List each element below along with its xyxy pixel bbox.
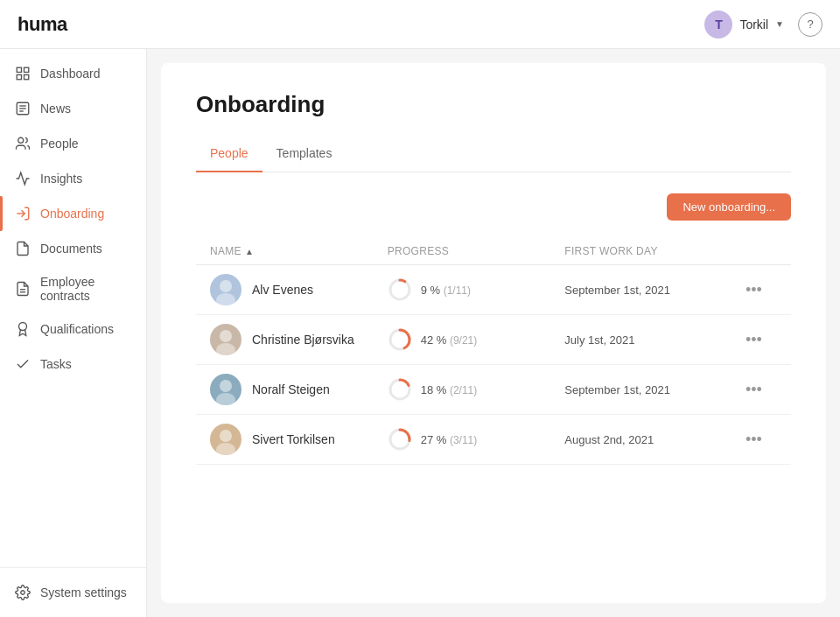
row-actions: ••• <box>742 277 777 303</box>
table-header: Name ▲ Progress First work day <box>196 238 791 265</box>
sidebar-label-news: News <box>40 102 71 116</box>
sidebar-item-news[interactable]: News <box>0 91 146 126</box>
person-name[interactable]: Alv Evenes <box>252 283 313 297</box>
table-row: Noralf Steigen 18 % (2/11) September 1st… <box>196 365 791 415</box>
sidebar-label-insights: Insights <box>40 172 82 186</box>
svg-point-23 <box>216 393 235 405</box>
user-menu[interactable]: T Torkil ▼ <box>704 11 784 39</box>
person-name[interactable]: Christine Bjørsvika <box>252 333 354 347</box>
person-cell: Alv Evenes <box>210 274 388 305</box>
svg-point-22 <box>220 380 232 392</box>
svg-rect-0 <box>17 67 21 72</box>
tasks-icon <box>14 355 32 373</box>
tab-people[interactable]: People <box>196 139 262 172</box>
progress-ring <box>388 377 412 402</box>
sidebar-item-documents[interactable]: Documents <box>0 231 146 266</box>
col-first-work-day: First work day <box>564 245 742 257</box>
progress-cell: 9 % (1/11) <box>388 277 565 302</box>
tab-templates[interactable]: Templates <box>262 139 346 172</box>
main-content: Onboarding People Templates New onboardi… <box>161 63 826 603</box>
chevron-down-icon: ▼ <box>775 19 784 29</box>
table-row: Sivert Torkilsen 27 % (3/11) August 2nd,… <box>196 415 791 465</box>
svg-point-14 <box>220 280 232 292</box>
progress-ring <box>388 427 412 452</box>
svg-point-27 <box>216 443 235 455</box>
people-icon <box>14 135 32 152</box>
sidebar-item-insights[interactable]: Insights <box>0 161 146 196</box>
sidebar-label-employee-contracts: Employee contracts <box>40 275 132 303</box>
date-cell: September 1st, 2021 <box>564 284 742 297</box>
insights-icon <box>14 170 32 187</box>
person-cell: Christine Bjørsvika <box>210 324 388 355</box>
svg-rect-1 <box>24 67 29 72</box>
topbar-right: T Torkil ▼ ? <box>704 11 822 39</box>
sidebar-item-dashboard[interactable]: Dashboard <box>0 56 146 91</box>
layout: Dashboard News People Insights Onboardin… <box>0 49 840 617</box>
col-name[interactable]: Name ▲ <box>210 245 388 257</box>
person-name[interactable]: Sivert Torkilsen <box>252 432 335 446</box>
sidebar: Dashboard News People Insights Onboardin… <box>0 49 147 617</box>
sidebar-label-dashboard: Dashboard <box>40 67 101 81</box>
sidebar-item-qualifications[interactable]: Qualifications <box>0 312 146 347</box>
table-row: Christine Bjørsvika 42 % (9/21) July 1st… <box>196 315 791 365</box>
row-actions: ••• <box>742 327 777 353</box>
more-options-button[interactable]: ••• <box>742 427 766 452</box>
person-name[interactable]: Noralf Steigen <box>252 382 330 396</box>
progress-cell: 42 % (9/21) <box>388 327 565 352</box>
svg-rect-2 <box>17 75 21 80</box>
date-cell: August 2nd, 2021 <box>564 433 742 446</box>
more-options-button[interactable]: ••• <box>742 377 766 403</box>
progress-ring <box>388 277 412 302</box>
date-cell: September 1st, 2021 <box>564 383 742 396</box>
sidebar-item-tasks[interactable]: Tasks <box>0 347 146 382</box>
table-body: Alv Evenes 9 % (1/11) September 1st, 202… <box>196 265 791 465</box>
person-cell: Noralf Steigen <box>210 374 388 405</box>
row-actions: ••• <box>742 377 777 403</box>
svg-point-18 <box>220 330 232 342</box>
logo: huma <box>18 13 67 36</box>
employee-contracts-icon <box>14 280 32 298</box>
sidebar-item-onboarding[interactable]: Onboarding <box>0 196 146 231</box>
sidebar-label-documents: Documents <box>40 242 102 256</box>
help-icon[interactable]: ? <box>798 12 822 37</box>
progress-text: 27 % (3/11) <box>421 433 478 446</box>
svg-point-19 <box>216 343 235 355</box>
sidebar-label-qualifications: Qualifications <box>40 322 114 336</box>
avatar: T <box>704 11 732 39</box>
table-row: Alv Evenes 9 % (1/11) September 1st, 202… <box>196 265 791 315</box>
new-onboarding-button[interactable]: New onboarding... <box>667 193 791 221</box>
page-title: Onboarding <box>196 91 791 118</box>
progress-cell: 18 % (2/11) <box>388 377 565 402</box>
progress-text: 18 % (2/11) <box>421 383 478 396</box>
more-options-button[interactable]: ••• <box>742 277 766 303</box>
avatar <box>210 324 242 355</box>
svg-point-16 <box>390 280 410 299</box>
sidebar-item-employee-contracts[interactable]: Employee contracts <box>0 266 146 312</box>
progress-text: 9 % (1/11) <box>421 284 471 297</box>
sidebar-label-people: People <box>40 137 79 151</box>
sidebar-label-onboarding: Onboarding <box>40 207 104 221</box>
sidebar-label-system-settings: System settings <box>40 585 127 599</box>
sort-arrow-icon: ▲ <box>245 247 254 256</box>
gear-icon <box>14 584 32 601</box>
progress-text: 42 % (9/21) <box>421 333 478 347</box>
sidebar-item-people[interactable]: People <box>0 126 146 161</box>
avatar <box>210 374 242 405</box>
svg-point-26 <box>220 430 232 442</box>
more-options-button[interactable]: ••• <box>742 327 766 353</box>
date-cell: July 1st, 2021 <box>564 333 742 347</box>
col-actions <box>742 245 777 257</box>
progress-cell: 27 % (3/11) <box>388 427 565 452</box>
onboarding-icon <box>14 205 32 222</box>
svg-point-8 <box>18 137 24 143</box>
col-progress: Progress <box>388 245 565 257</box>
tabs-bar: People Templates <box>196 139 791 172</box>
row-actions: ••• <box>742 427 777 452</box>
avatar <box>210 424 242 455</box>
svg-point-13 <box>21 591 25 595</box>
sidebar-item-system-settings[interactable]: System settings <box>0 575 146 610</box>
person-cell: Sivert Torkilsen <box>210 424 388 455</box>
news-icon <box>14 100 32 117</box>
dashboard-icon <box>14 65 32 82</box>
topbar: huma T Torkil ▼ ? <box>0 0 840 49</box>
